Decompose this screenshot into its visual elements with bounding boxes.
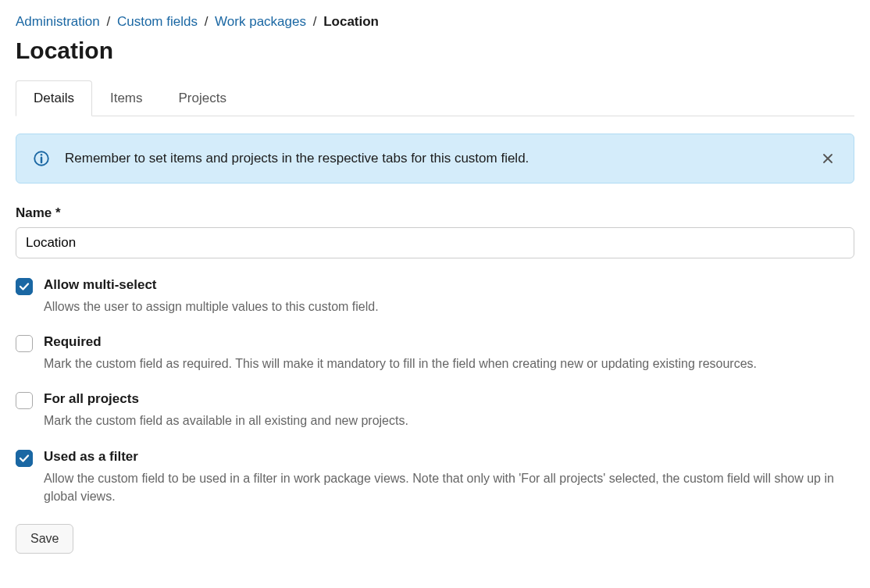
checkbox-row-used-as-filter: Used as a filter Allow the custom field … (16, 449, 854, 505)
info-icon (34, 151, 49, 166)
checkbox-row-for-all-projects: For all projects Mark the custom field a… (16, 391, 854, 429)
info-message: Remember to set items and projects in th… (65, 151, 529, 166)
breadcrumb-separator: / (313, 14, 317, 29)
for-all-projects-help: Mark the custom field as available in al… (44, 412, 408, 429)
used-as-filter-help: Allow the custom field to be used in a f… (44, 469, 854, 505)
name-field-group: Name * (16, 205, 854, 258)
page-title: Location (16, 37, 854, 64)
name-input[interactable] (16, 227, 854, 258)
breadcrumb-separator: / (205, 14, 209, 29)
tab-items[interactable]: Items (92, 80, 161, 116)
breadcrumb-administration[interactable]: Administration (16, 14, 100, 29)
allow-multi-select-label: Allow multi-select (44, 277, 379, 293)
name-label: Name * (16, 205, 854, 221)
save-button[interactable]: Save (16, 524, 73, 554)
svg-point-2 (41, 154, 43, 156)
breadcrumb: Administration / Custom fields / Work pa… (16, 14, 854, 30)
tabs: Details Items Projects (16, 80, 854, 116)
info-banner: Remember to set items and projects in th… (16, 134, 854, 184)
tab-projects[interactable]: Projects (161, 80, 244, 116)
used-as-filter-checkbox[interactable] (16, 450, 33, 467)
checkbox-row-required: Required Mark the custom field as requir… (16, 334, 854, 372)
for-all-projects-label: For all projects (44, 391, 408, 407)
allow-multi-select-help: Allows the user to assign multiple value… (44, 298, 379, 315)
breadcrumb-work-packages[interactable]: Work packages (215, 14, 306, 29)
breadcrumb-current: Location (323, 14, 379, 29)
checkbox-row-multi-select: Allow multi-select Allows the user to as… (16, 277, 854, 315)
breadcrumb-separator: / (106, 14, 110, 29)
required-label: Required (44, 334, 757, 350)
close-icon[interactable] (819, 150, 836, 167)
tab-details[interactable]: Details (16, 80, 92, 116)
for-all-projects-checkbox[interactable] (16, 392, 33, 409)
required-help: Mark the custom field as required. This … (44, 355, 757, 372)
used-as-filter-label: Used as a filter (44, 449, 854, 465)
breadcrumb-custom-fields[interactable]: Custom fields (117, 14, 198, 29)
required-checkbox[interactable] (16, 335, 33, 352)
allow-multi-select-checkbox[interactable] (16, 278, 33, 295)
